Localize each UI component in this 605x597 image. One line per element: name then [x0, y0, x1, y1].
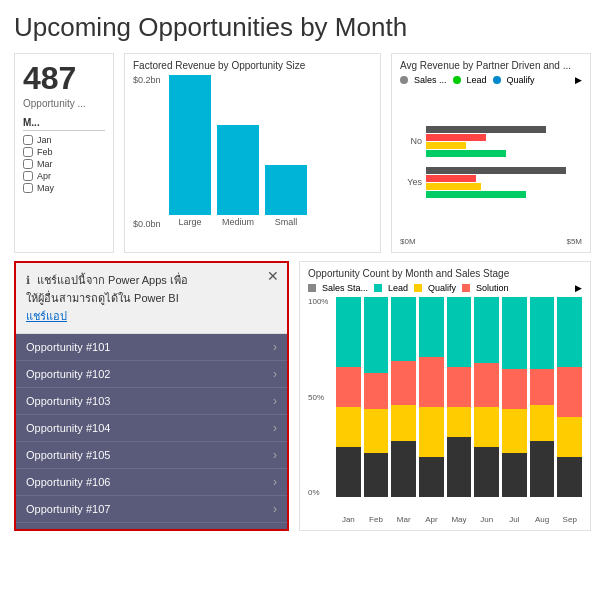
checkbox-jan[interactable]	[23, 135, 33, 145]
notification-text: แชร์แอปนี้จาก Power Apps เพื่อให้ผู้อื่น…	[26, 274, 188, 304]
stacked-segment	[364, 453, 389, 497]
stacked-segment	[557, 457, 582, 497]
chevron-right-106: ›	[273, 475, 277, 489]
list-item-102-label: Opportunity #102	[26, 368, 110, 380]
notification-bar: ℹ แชร์แอปนี้จาก Power Apps เพื่อให้ผู้อื…	[16, 263, 287, 334]
list-item-107[interactable]: Opportunity #107 ›	[16, 496, 287, 523]
stacked-segment	[502, 453, 527, 497]
stacked-col-Apr	[419, 297, 444, 497]
stacked-expand-icon[interactable]: ▶	[575, 283, 582, 293]
list-item-108[interactable]: Opportunity #108 ›	[16, 523, 287, 529]
stacked-legend-lead-label: Lead	[388, 283, 408, 293]
stacked-segment	[530, 405, 555, 441]
list-item-106[interactable]: Opportunity #106 ›	[16, 469, 287, 496]
x-label-Mar: Mar	[391, 515, 416, 524]
hbar-yes-row: Yes	[400, 167, 582, 198]
checkbox-mar[interactable]	[23, 159, 33, 169]
hbar-no-seg4	[426, 150, 506, 157]
stacked-segment	[502, 369, 527, 409]
stacked-legend: Sales Sta... Lead Qualify Solution ▶	[308, 283, 582, 293]
chevron-right-102: ›	[273, 367, 277, 381]
stacked-segment	[474, 297, 499, 363]
share-link[interactable]: แชร์แอป	[26, 310, 67, 322]
stacked-segment	[391, 361, 416, 405]
hbar-no-seg3	[426, 142, 466, 149]
stacked-segment	[502, 297, 527, 369]
bars-container: Large Medium Small	[133, 75, 372, 227]
x-label-May: May	[447, 515, 472, 524]
stacked-y-axis: 0% 50% 100%	[308, 297, 328, 497]
page-title: Upcoming Opportunities by Month	[14, 12, 591, 43]
stacked-legend-qualify-dot	[414, 284, 422, 292]
list-item-103[interactable]: Opportunity #103 ›	[16, 388, 287, 415]
list-item-105[interactable]: Opportunity #105 ›	[16, 442, 287, 469]
stacked-segment	[447, 437, 472, 497]
hbar-yes-seg1	[426, 167, 566, 174]
hbar-no-label: No	[400, 136, 422, 146]
x-label-Apr: Apr	[419, 515, 444, 524]
checkbox-may[interactable]	[23, 183, 33, 193]
x-label-0m: $0M	[400, 237, 416, 246]
legend-lead-dot	[453, 76, 461, 84]
month-may: May	[23, 182, 105, 194]
bar-large-rect	[169, 75, 211, 215]
stacked-segment	[419, 297, 444, 357]
checkbox-feb[interactable]	[23, 147, 33, 157]
list-item-104-label: Opportunity #104	[26, 422, 110, 434]
list-item-107-label: Opportunity #107	[26, 503, 110, 515]
hbar-yes-seg2	[426, 175, 476, 182]
x-label-Jul: Jul	[502, 515, 527, 524]
stacked-segment	[419, 357, 444, 407]
list-item-104[interactable]: Opportunity #104 ›	[16, 415, 287, 442]
stacked-segment	[336, 297, 361, 367]
stacked-legend-lead-dot	[374, 284, 382, 292]
list-item-101-label: Opportunity #101	[26, 341, 110, 353]
close-button[interactable]: ✕	[267, 269, 279, 283]
month-feb: Feb	[23, 146, 105, 158]
month-jan: Jan	[23, 134, 105, 146]
stacked-legend-solution-dot	[462, 284, 470, 292]
list-item-102[interactable]: Opportunity #102 ›	[16, 361, 287, 388]
avg-revenue-title: Avg Revenue by Partner Driven and ...	[400, 60, 582, 71]
avg-revenue-card: Avg Revenue by Partner Driven and ... Sa…	[391, 53, 591, 253]
legend-qualify-dot	[493, 76, 501, 84]
bar-medium-rect	[217, 125, 259, 215]
stacked-x-labels: JanFebMarAprMayJunJulAugSep	[308, 515, 582, 524]
bar-small: Small	[265, 165, 307, 227]
stacked-segment	[391, 297, 416, 361]
stacked-col-Jun	[474, 297, 499, 497]
bar-large-label: Large	[178, 217, 201, 227]
bar-large: Large	[169, 75, 211, 227]
y-label-0: 0%	[308, 488, 328, 497]
x-label-Jun: Jun	[474, 515, 499, 524]
x-label-5m: $5M	[566, 237, 582, 246]
stacked-legend-solution-label: Solution	[476, 283, 509, 293]
hbar-yes-seg4	[426, 191, 526, 198]
stacked-segment	[557, 297, 582, 367]
list-panel: Opportunity #101 › Opportunity #102 › Op…	[16, 334, 287, 529]
x-label-Feb: Feb	[364, 515, 389, 524]
stacked-legend-sales-label: Sales Sta...	[322, 283, 368, 293]
stacked-segment	[557, 367, 582, 417]
stacked-segment	[530, 441, 555, 497]
bar-medium-label: Medium	[222, 217, 254, 227]
stacked-segment	[419, 457, 444, 497]
legend-lead-label: Lead	[467, 75, 487, 85]
hbar-no-bars	[426, 126, 582, 157]
y-label-100: 100%	[308, 297, 328, 306]
kpi-number: 487	[23, 62, 105, 94]
top-row: 487 Opportunity ... M... Jan Feb Mar Apr…	[14, 53, 591, 253]
h-bars-area: No Yes	[400, 89, 582, 234]
list-item-101[interactable]: Opportunity #101 ›	[16, 334, 287, 361]
y-label-bottom: $0.0bn	[133, 219, 161, 229]
legend-qualify-label: Qualify	[507, 75, 535, 85]
stacked-segment	[364, 297, 389, 373]
stacked-segment	[447, 367, 472, 407]
chevron-right-103: ›	[273, 394, 277, 408]
kpi-label: Opportunity ...	[23, 98, 105, 109]
stacked-segment	[502, 409, 527, 453]
checkbox-apr[interactable]	[23, 171, 33, 181]
list-item-103-label: Opportunity #103	[26, 395, 110, 407]
expand-icon[interactable]: ▶	[575, 75, 582, 85]
stacked-col-Sep	[557, 297, 582, 497]
